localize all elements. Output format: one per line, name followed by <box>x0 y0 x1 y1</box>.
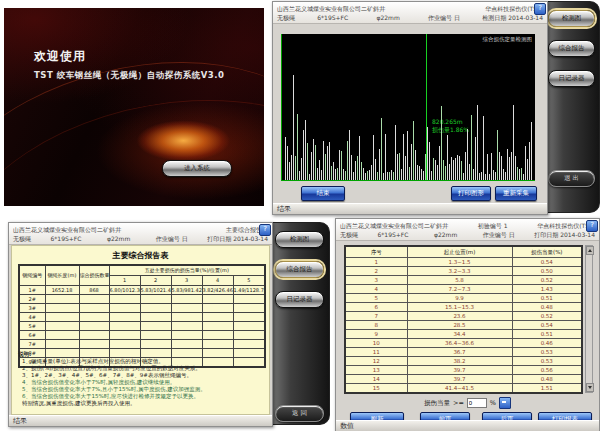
waveform-bar <box>473 169 474 180</box>
nav-report-button[interactable]: 综合报告 <box>275 261 324 278</box>
table-cell <box>140 322 171 331</box>
nav-daylog-button[interactable]: 日记录器 <box>548 70 595 87</box>
waveform-bar <box>375 159 376 180</box>
nav-report-button[interactable]: 综合报告 <box>548 40 595 57</box>
waveform-bar <box>285 137 286 180</box>
table-cell <box>233 295 265 304</box>
waveform-bar <box>335 169 336 180</box>
splash-streak <box>4 65 264 206</box>
nav-detect-graph-button[interactable]: 检测图 <box>275 231 324 248</box>
waveform-bar <box>391 170 392 180</box>
table-row: 23.2~3.30.50 <box>345 267 582 276</box>
table-cell <box>233 313 265 322</box>
filter-apply-button[interactable] <box>499 397 511 409</box>
waveform-bar <box>381 118 382 180</box>
report-window: ? 山西兰花义城煤业实业有限公司二矿斜井 主要综合报告表 无极绳 6*19S+F… <box>8 222 273 427</box>
table-cell: 5# <box>19 322 45 331</box>
vertical-scrollbar[interactable] <box>585 245 593 393</box>
filter-value-input[interactable] <box>467 398 487 408</box>
table-cell: 3.2~3.3 <box>407 267 512 276</box>
table-cell: 2# <box>19 295 45 304</box>
table-row: 8# <box>19 349 265 358</box>
waveform-bar <box>343 169 344 180</box>
waveform-bar <box>303 130 304 180</box>
waveform-bar <box>487 154 488 180</box>
window-header: 山西兰花义城煤业实业有限公司二矿斜井 华点科技探伤仪(TST) 无极绳 6*19… <box>273 2 547 24</box>
sub-col: 4 <box>202 276 233 286</box>
table-cell: 0.50 <box>512 267 582 276</box>
waveform-bar <box>345 171 346 180</box>
table-row: 7# <box>19 340 265 349</box>
waveform-bar <box>449 164 450 180</box>
status-bar: 结果 <box>9 415 272 426</box>
waveform-bar <box>293 75 294 180</box>
table-cell: 6# <box>19 331 45 340</box>
waveform-bar <box>495 172 496 180</box>
waveform-bar <box>387 172 388 180</box>
table-cell: 7 <box>345 312 407 321</box>
waveform-bar <box>315 145 316 180</box>
enter-system-button[interactable]: 进入系统 <box>162 160 230 177</box>
rope-type: 无极绳 <box>277 13 295 22</box>
stop-label: 结束 <box>317 189 330 198</box>
table-cell <box>140 331 171 340</box>
col-damage: 损伤当量(%) <box>512 246 582 258</box>
scroll-up-icon[interactable] <box>586 246 594 255</box>
scroll-down-icon[interactable] <box>586 383 594 392</box>
table-cell <box>109 304 140 313</box>
table-cell <box>45 313 79 322</box>
table-row: 59.90.51 <box>345 294 582 303</box>
side-button-strip: 检测图 综合报告 日记录器 返 回 <box>270 222 330 425</box>
nav-detect-graph-label: 检测图 <box>562 14 582 23</box>
print-graph-button[interactable]: 打印图形 <box>451 186 491 201</box>
exit-button[interactable]: 退 出 <box>548 170 595 187</box>
waveform-bar <box>521 168 522 180</box>
waveform-bar <box>385 134 386 180</box>
welcome-text: 欢迎使用 <box>34 48 86 65</box>
table-cell: 12 <box>345 357 407 366</box>
waveform-bar <box>297 114 298 180</box>
waveform-bar <box>509 157 510 180</box>
waveform-bar <box>491 153 492 180</box>
report-table: 钢绳编号 钢绳长度(m) 综合损伤数量(处) 五处主要损伤的损伤当量(%)/位置… <box>18 264 266 368</box>
waveform-bar <box>399 153 400 180</box>
notes-label: 说明: <box>18 351 31 358</box>
table-cell: 4 <box>345 285 407 294</box>
nav-detect-graph-button[interactable]: 检测图 <box>548 10 595 27</box>
table-cell <box>202 340 233 349</box>
table-cell: 36.7 <box>407 348 512 357</box>
back-button[interactable]: 返 回 <box>275 405 324 422</box>
nav-daylog-button[interactable]: 日记录器 <box>275 291 324 308</box>
waveform-bar <box>515 156 516 180</box>
table-row: 828.50.54 <box>345 321 582 330</box>
resample-button[interactable]: 重新采集 <box>495 186 537 201</box>
nav-daylog-label: 日记录器 <box>559 74 585 83</box>
waveform-bar <box>513 105 514 180</box>
waveform-bar <box>471 115 472 180</box>
help-icon[interactable]: ? <box>586 220 598 232</box>
rope-spec: 6*19S+FC <box>378 230 409 239</box>
help-icon[interactable]: ? <box>259 224 271 236</box>
table-cell: 0.56 <box>512 366 582 375</box>
waveform-bar <box>317 168 318 180</box>
report-content: 主要综合报告表 钢绳编号 钢绳长度(m) 综合损伤数量(处) 五处主要损伤的损伤… <box>11 245 270 415</box>
table-cell: 3 <box>345 276 407 285</box>
rope-spec: 6*19S+FC <box>317 13 348 22</box>
waveform-bar <box>423 171 424 180</box>
waveform-bar <box>309 174 310 180</box>
check-number: 初验编号 1 <box>478 221 508 230</box>
table-cell: 23.6 <box>407 312 512 321</box>
chart-caption: 综合损伤定量检测图 <box>483 36 533 43</box>
table-cell: 7.2~7.3 <box>407 285 512 294</box>
table-cell <box>45 349 79 358</box>
waveform-bar <box>447 135 448 180</box>
company-name: 山西兰花义城煤业实业有限公司二矿斜井 <box>277 4 385 13</box>
table-cell <box>79 349 109 358</box>
waveform-bar <box>373 135 374 180</box>
stop-button[interactable]: 结束 <box>301 186 345 201</box>
table-cell <box>233 304 265 313</box>
table-cell: 5.83/981.42 <box>171 286 202 295</box>
waveform-bar <box>431 171 432 180</box>
help-icon[interactable]: ? <box>534 3 546 15</box>
waveform-bar <box>397 154 398 180</box>
